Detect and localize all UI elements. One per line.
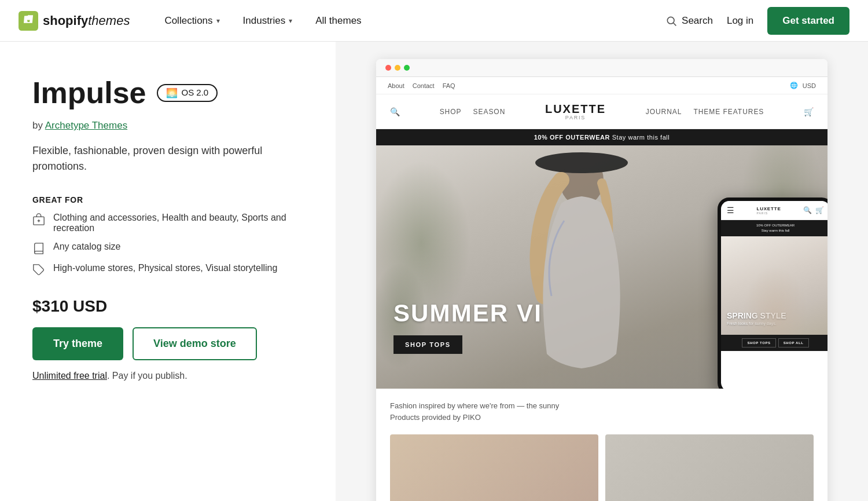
trial-link[interactable]: Unlimited free trial xyxy=(32,371,107,381)
mobile-nav: ☰ LUXETTE PARIS 🔍 🛒 xyxy=(721,201,827,220)
mobile-shop-links: SHOP TOPS SHOP ALL xyxy=(721,335,827,351)
try-theme-button[interactable]: Try theme xyxy=(32,327,123,360)
theme-description: Flexible, fashionable, proven design wit… xyxy=(32,143,303,174)
mobile-icons: 🔍 🛒 xyxy=(803,206,824,214)
browser-dot-yellow xyxy=(395,65,400,71)
mobile-shop-tops: SHOP TOPS xyxy=(742,338,775,348)
chevron-down-icon: ▾ xyxy=(216,17,220,25)
demo-nav-links: SHOP SEASON xyxy=(440,108,506,116)
mobile-brand: LUXETTE PARIS xyxy=(756,206,781,215)
browser-dots xyxy=(385,65,410,71)
login-button[interactable]: Log in xyxy=(727,15,753,27)
logo-text: shopifythemes xyxy=(43,13,130,28)
tag-icon xyxy=(32,264,45,276)
demo-thumb-2 xyxy=(605,434,814,501)
svg-rect-0 xyxy=(19,11,38,31)
demo-announcement: 10% OFF OUTERWEAR Stay warm this fall xyxy=(376,129,827,145)
author-link[interactable]: Archetype Themes xyxy=(45,120,127,131)
theme-author: by Archetype Themes xyxy=(32,120,303,131)
browser-dot-red xyxy=(385,65,391,71)
demo-hero: SUMMER VI SHOP TOPS ☰ LUXETTE PARIS xyxy=(376,145,827,389)
great-for-item-1: Clothing and accessories, Health and bea… xyxy=(32,213,303,233)
demo-top-bar: About Contact FAQ 🌐 USD xyxy=(376,77,827,94)
demo-search-icon: 🔍 xyxy=(390,107,400,116)
theme-preview-panel: About Contact FAQ 🌐 USD 🔍 SHOP SEASON LU… xyxy=(336,42,868,501)
mobile-screen: ☰ LUXETTE PARIS 🔍 🛒 xyxy=(721,201,827,389)
demo-thumbnails xyxy=(376,434,827,501)
demo-nav: 🔍 SHOP SEASON LUXETTE PARIS JOURNAL THEM… xyxy=(376,94,827,129)
search-icon xyxy=(665,15,677,27)
hero-text-overlay: SUMMER VI SHOP TOPS xyxy=(376,299,670,354)
theme-price: $310 USD xyxy=(32,297,303,316)
preview-container: About Contact FAQ 🌐 USD 🔍 SHOP SEASON LU… xyxy=(376,59,827,501)
browser-dot-green xyxy=(404,65,410,71)
mobile-preview: ☰ LUXETTE PARIS 🔍 🛒 xyxy=(718,198,827,389)
theme-title: Impulse 🌅 OS 2.0 xyxy=(32,76,303,109)
demo-top-links: About Contact FAQ xyxy=(388,82,455,89)
great-for-item-3: High-volume stores, Physical stores, Vis… xyxy=(32,263,303,276)
get-started-button[interactable]: Get started xyxy=(767,7,849,35)
nav-links: Collections ▾ Industries ▾ All themes xyxy=(153,0,665,42)
mobile-search-icon: 🔍 xyxy=(803,206,812,214)
nav-collections[interactable]: Collections ▾ xyxy=(153,0,231,42)
mobile-spring-text: SPRING STYLE Fresh looks for sunny days. xyxy=(727,311,824,326)
shop-tops-button: SHOP TOPS xyxy=(393,335,462,354)
theme-detail-panel: Impulse 🌅 OS 2.0 by Archetype Themes Fle… xyxy=(0,42,336,501)
logo-link[interactable]: shopifythemes xyxy=(19,11,130,31)
mobile-announcement: 10% OFF OUTERWEAR Stay warm this fall xyxy=(721,220,827,236)
browser-bar xyxy=(376,59,827,77)
main-content: Impulse 🌅 OS 2.0 by Archetype Themes Fle… xyxy=(0,42,868,501)
svg-rect-9 xyxy=(564,154,599,171)
demo-nav-cart: 🛒 xyxy=(804,107,814,116)
trial-note: Unlimited free trial. Pay if you publish… xyxy=(32,371,303,381)
mobile-shop-all: SHOP ALL xyxy=(778,338,809,348)
nav-industries[interactable]: Industries ▾ xyxy=(231,0,304,42)
great-for-item-2: Any catalog size xyxy=(32,242,303,255)
store-icon xyxy=(32,213,45,226)
navbar: shopifythemes Collections ▾ Industries ▾… xyxy=(0,0,868,42)
demo-top-right: 🌐 USD xyxy=(790,82,816,89)
svg-line-2 xyxy=(674,23,676,25)
mobile-hero-image: SPRING STYLE Fresh looks for sunny days. xyxy=(721,236,827,335)
view-demo-button[interactable]: View demo store xyxy=(133,327,257,360)
demo-thumb-1 xyxy=(390,434,598,501)
cta-buttons: Try theme View demo store xyxy=(32,327,303,360)
nav-all-themes[interactable]: All themes xyxy=(304,0,373,42)
great-for-list: Clothing and accessories, Health and bea… xyxy=(32,213,303,276)
hero-background: SUMMER VI SHOP TOPS ☰ LUXETTE PARIS xyxy=(376,145,827,389)
search-button[interactable]: Search xyxy=(665,15,713,27)
great-for-title: GREAT FOR xyxy=(32,195,303,204)
demo-below-hero: Fashion inspired by where we're from — t… xyxy=(376,389,827,434)
hero-heading: SUMMER VI xyxy=(393,299,670,327)
mobile-menu-icon: ☰ xyxy=(727,206,734,215)
demo-nav-links-right: JOURNAL THEME FEATURES xyxy=(646,108,764,116)
demo-brand: LUXETTE PARIS xyxy=(545,103,606,120)
os2-badge: 🌅 OS 2.0 xyxy=(157,84,218,103)
svg-point-1 xyxy=(667,17,674,24)
os2-icon: 🌅 xyxy=(166,88,178,98)
demo-text-block: Fashion inspired by where we're from — t… xyxy=(390,400,814,423)
shopify-logo-icon xyxy=(19,11,38,31)
nav-right: Search Log in Get started xyxy=(665,7,849,35)
mobile-cart-icon: 🛒 xyxy=(815,206,824,214)
chevron-down-icon: ▾ xyxy=(289,17,292,25)
book-icon xyxy=(32,242,45,255)
